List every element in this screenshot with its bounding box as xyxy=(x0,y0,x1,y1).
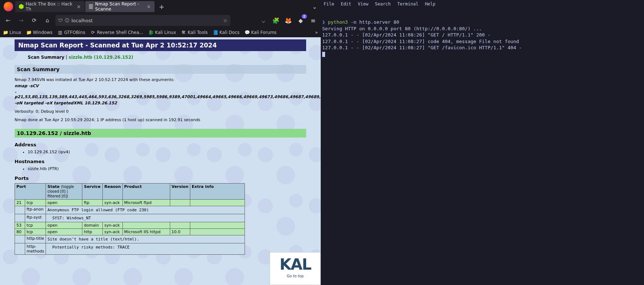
close-icon[interactable]: × xyxy=(147,4,151,9)
bookmark-star-icon[interactable]: ☆ xyxy=(223,18,227,23)
port-row: 80tcpopenhttpsyn-ackMicrosoft IIS httpd1… xyxy=(15,229,245,235)
info-icon: ⓘ xyxy=(65,18,69,24)
section-host: 10.129.26.152 / sizzle.htb xyxy=(15,129,306,138)
bookmark-item[interactable]: 🐉Kali Linux xyxy=(148,30,176,35)
bookmark-icon: ▥ xyxy=(58,30,63,35)
tab-htb[interactable]: Hack The Box :: Hack Th × xyxy=(15,1,85,12)
host-link[interactable]: sizzle.htb (10.129.26.152) xyxy=(69,55,133,60)
summary-link[interactable]: Scan Summary xyxy=(28,55,65,60)
page-content[interactable]: Nmap Scan Report - Scanned at Tue Apr 2 … xyxy=(0,37,321,285)
go-to-top-link[interactable]: Go to top xyxy=(287,274,304,278)
nav-toolbar: ← → ⟳ ⌂ 🛡 ⓘ localhost ☆ ⌵ 🧩 🦊 ◆ ≡ xyxy=(0,13,321,28)
url-bar[interactable]: 🛡 ⓘ localhost ☆ xyxy=(55,15,230,26)
bookmark-item[interactable]: ▥GTFOBins xyxy=(58,30,85,35)
port-row: 53tcpopendomainsyn-ack xyxy=(15,222,245,229)
th-state[interactable]: State (toggle closed [0] | filtered [0]) xyxy=(46,184,82,200)
intro-text: Nmap 7.94SVN was initiated at Tue Apr 2 … xyxy=(15,77,306,82)
tab-overflow-icon[interactable]: ⌄ xyxy=(309,3,321,10)
bookmark-item[interactable]: ⟳Reverse Shell Chea... xyxy=(90,30,143,35)
terminal-body[interactable]: ❯ python3 -m http.server 80 Serving HTTP… xyxy=(321,8,644,59)
tab-label: Hack The Box :: Hack Th xyxy=(26,1,74,12)
table-header-row: Port State (toggle closed [0] | filtered… xyxy=(15,184,245,200)
bookmark-label: GTFOBins xyxy=(64,30,85,35)
hostname-value: sizzle.htb (PTR) xyxy=(28,166,306,171)
bookmark-icon: 🛠 xyxy=(181,30,186,35)
done-text: Nmap done at Tue Apr 2 10:55:29 2024; 1 … xyxy=(15,118,306,122)
th-version: Version xyxy=(170,184,190,200)
terminal-menubar: File Edit View Search Terminal Help xyxy=(321,0,644,8)
ports-table: Port State (toggle closed [0] | filtered… xyxy=(15,183,245,255)
reload-button[interactable]: ⟳ xyxy=(29,15,39,26)
cursor-icon xyxy=(322,52,325,57)
breadcrumb: Scan Summary | sizzle.htb (10.129.26.152… xyxy=(28,55,306,60)
bookmark-icon: ⟳ xyxy=(90,30,95,35)
cmd-line-3: -oN targeted -oX targetedXML 10.129.26.1… xyxy=(15,101,117,105)
terminal-cursor-line xyxy=(322,51,643,58)
menu-help[interactable]: Help xyxy=(425,1,436,7)
th-port: Port xyxy=(15,184,46,200)
shield-icon: 🛡 xyxy=(58,18,63,23)
bookmark-item[interactable]: 💬Kali Forums xyxy=(245,30,277,35)
home-button[interactable]: ⌂ xyxy=(42,15,52,26)
menu-button[interactable]: ≡ xyxy=(308,16,318,25)
th-reason: Reason xyxy=(103,184,122,200)
address-heading: Address xyxy=(15,142,306,147)
container-icon[interactable]: ◆ xyxy=(296,16,305,25)
kali-logo-text: KAL xyxy=(280,255,311,273)
back-button[interactable]: ← xyxy=(3,15,13,26)
bookmark-label: Kali Linux xyxy=(155,30,176,35)
cmd-line-1: nmap -sCV xyxy=(15,84,39,88)
foxyproxy-icon[interactable]: 🦊 xyxy=(284,16,293,25)
bookmark-item[interactable]: 📘Kali Docs xyxy=(213,30,239,35)
menu-edit[interactable]: Edit xyxy=(341,1,351,7)
verbosity-text: Verbosity: 0; Debug level 0 xyxy=(15,109,306,114)
port-row: 21tcpopenftpsyn-ackMicrosoft ftpd xyxy=(15,200,245,206)
bookmark-icon: 📘 xyxy=(213,30,218,35)
report-title: Nmap Scan Report - Scanned at Tue Apr 2 … xyxy=(15,39,306,51)
bookmark-label: Kali Forums xyxy=(251,30,277,35)
tab-bar: Hack The Box :: Hack Th × Nmap Scan Repo… xyxy=(0,0,321,13)
th-service: Service xyxy=(82,184,103,200)
th-product: Product xyxy=(122,184,170,200)
cube-icon xyxy=(19,4,24,9)
bookmark-label: Windows xyxy=(33,30,52,35)
page-icon xyxy=(89,4,93,9)
tab-nmap[interactable]: Nmap Scan Report - Scanne × xyxy=(85,1,155,12)
bookmark-icon: 📁 xyxy=(3,30,8,35)
forward-button[interactable]: → xyxy=(16,15,26,26)
kali-badge: KAL Go to top xyxy=(270,252,321,285)
script-row: ftp-syst SYST: Windows_NT xyxy=(15,214,245,222)
bookmark-label: Reverse Shell Chea... xyxy=(97,30,143,35)
bookmark-label: Kali Tools xyxy=(188,30,208,35)
bookmarks-bar: 📁Linux📁Windows▥GTFOBins⟳Reverse Shell Ch… xyxy=(0,28,321,37)
firefox-logo-icon xyxy=(4,2,13,11)
bookmark-icon: 🐉 xyxy=(148,30,153,35)
terminal-line: Serving HTTP on 0.0.0.0 port 80 (http://… xyxy=(322,26,643,32)
script-row: ftp-anonAnonymous FTP login allowed (FTP… xyxy=(15,206,245,214)
terminal-line: 127.0.0.1 - - [02/Apr/2024 11:08:27] cod… xyxy=(322,38,643,45)
close-icon[interactable]: × xyxy=(77,4,81,9)
bookmark-item[interactable]: 📁Linux xyxy=(3,30,21,35)
terminal-line: 127.0.0.1 - - [02/Apr/2024 11:08:26] "GE… xyxy=(322,32,643,38)
extensions-icon[interactable]: 🧩 xyxy=(271,16,281,25)
menu-search[interactable]: Search xyxy=(375,1,391,7)
menu-terminal[interactable]: Terminal xyxy=(397,1,418,7)
address-value: 10.129.26.152 (ipv4) xyxy=(28,150,306,154)
bookmarks-overflow-icon[interactable]: » xyxy=(315,30,318,35)
bookmark-label: Linux xyxy=(9,30,21,35)
menu-file[interactable]: File xyxy=(324,1,334,7)
terminal-line: ❯ python3 -m http.server 80 xyxy=(322,19,643,26)
bookmark-icon: 📁 xyxy=(26,30,31,35)
pocket-icon[interactable]: ⌵ xyxy=(259,16,268,25)
menu-view[interactable]: View xyxy=(358,1,368,7)
th-extra: Extra info xyxy=(190,184,245,200)
section-scan-summary: Scan Summary xyxy=(15,65,306,74)
ports-heading: Ports xyxy=(15,176,306,181)
bookmark-item[interactable]: 🛠Kali Tools xyxy=(181,30,208,35)
browser-window: Hack The Box :: Hack Th × Nmap Scan Repo… xyxy=(0,0,321,285)
terminal-line: 127.0.0.1 - - [02/Apr/2024 11:08:27] "GE… xyxy=(322,45,643,51)
bookmark-icon: 💬 xyxy=(245,30,250,35)
bookmark-item[interactable]: 📁Windows xyxy=(26,30,52,35)
bookmark-label: Kali Docs xyxy=(219,30,239,35)
new-tab-button[interactable]: + xyxy=(155,3,168,11)
